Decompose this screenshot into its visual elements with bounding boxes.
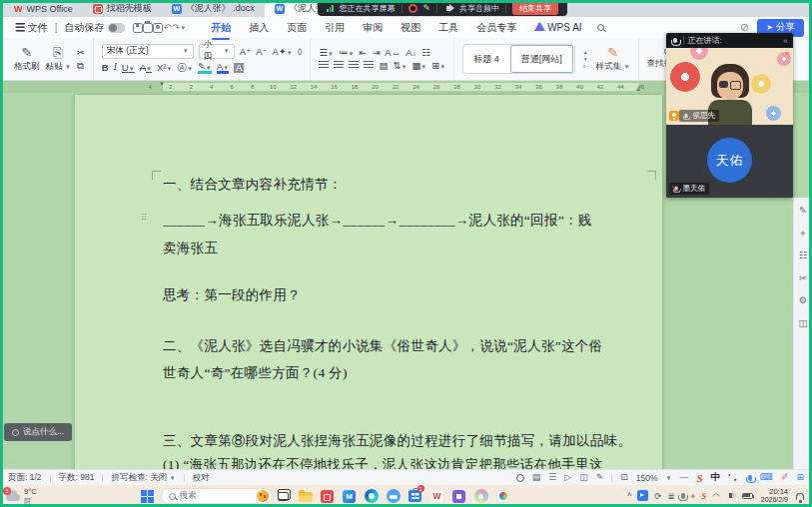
font-size-select[interactable]: 小四▼ — [199, 44, 235, 59]
start-button[interactable] — [141, 490, 154, 503]
ime-punctuation-mode[interactable]: '， — [728, 471, 740, 484]
layout-view-icon[interactable]: ◫ — [579, 473, 588, 482]
menu-tab-page[interactable]: 页面 — [286, 19, 308, 37]
paste-button[interactable]: ⎘ 粘贴 ▼ — [46, 46, 71, 73]
page-indicator[interactable]: 页面: 1/2 — [8, 472, 42, 484]
first-line-indent-marker[interactable]: ▼ — [159, 81, 165, 87]
taskbar-search[interactable]: 搜索 — [161, 488, 273, 504]
style-gallery-arrows[interactable]: ▲▼≡ — [581, 49, 590, 69]
search-icon[interactable] — [597, 24, 604, 31]
battery-icon[interactable] — [742, 493, 753, 499]
bullet-list-icon[interactable]: ☰▼ — [319, 48, 333, 58]
record-icon[interactable] — [408, 4, 417, 13]
sort-icon[interactable]: A↓ — [406, 48, 416, 58]
highlight-color-button[interactable]: ✎▼ — [198, 62, 212, 75]
document-line[interactable]: 卖海张五 — [163, 240, 654, 257]
strikethrough-button[interactable]: A▼ — [140, 63, 152, 73]
zoom-level[interactable]: 150% — [636, 473, 658, 483]
wifi-icon[interactable]: ◠ — [712, 492, 719, 501]
cloud-drive-button[interactable] — [386, 488, 402, 504]
sogou-tray-icon[interactable]: S — [701, 491, 706, 501]
read-mode-icon[interactable]: ▷ — [564, 473, 571, 482]
sogou-ime-logo[interactable]: S — [697, 472, 703, 484]
zoom-caret-icon[interactable]: ▼ — [666, 475, 672, 481]
ime-voice-icon[interactable] — [748, 475, 752, 481]
comment-bubble[interactable]: 说点什么... — [4, 423, 72, 441]
phonetic-guide-button[interactable]: Ⓐ▼ — [177, 63, 192, 73]
settings-sliders-icon[interactable]: ≣ — [667, 492, 674, 501]
spellcheck-status[interactable]: 拼写检查: 关闭 ▼ — [111, 472, 175, 484]
volume-icon[interactable] — [729, 493, 733, 498]
mail-app-button[interactable]: M — [342, 488, 358, 504]
annotate-icon[interactable]: ✎ — [799, 206, 807, 216]
proofread-button[interactable]: 校对 — [193, 472, 210, 484]
line-spacing-icon[interactable]: ⇅▼ — [393, 61, 406, 71]
zoom-out-icon[interactable]: — — [680, 473, 689, 482]
meeting-app-button[interactable] — [473, 488, 489, 504]
document-page[interactable] — [75, 95, 662, 469]
style-heading4[interactable]: 标题 4 — [463, 45, 509, 73]
collapse-panel-icon[interactable]: « — [783, 36, 788, 46]
align-center-icon[interactable] — [334, 61, 344, 69]
document-line[interactable]: 世奇人“奇”在哪些方面？(4 分) — [163, 364, 654, 382]
copy-icon[interactable]: ⧉ — [77, 61, 85, 71]
layout-icon[interactable]: ◫ — [799, 318, 808, 328]
redo-icon[interactable]: ↷ — [172, 22, 180, 33]
weather-widget[interactable]: 3 9°C阴 — [6, 488, 37, 503]
increase-font-icon[interactable]: A⁺ — [240, 47, 251, 57]
increase-indent-icon[interactable]: ⇥ — [372, 48, 380, 58]
document-line[interactable]: ______→海张五取乐泥人张→______→________→泥人张的“回报”… — [163, 212, 654, 230]
style-normal-web[interactable]: 普通[网站] — [510, 45, 573, 73]
photos-app-button[interactable] — [495, 488, 511, 504]
text-direction-icon[interactable]: A↔ — [385, 48, 401, 58]
stop-share-button[interactable]: 结束共享 — [512, 1, 558, 15]
print-icon[interactable] — [143, 23, 153, 33]
pen-mode-icon[interactable]: ✎ — [596, 473, 604, 482]
print-preview-icon[interactable] — [153, 23, 163, 33]
align-right-icon[interactable] — [349, 61, 359, 69]
page-view-icon[interactable]: ▤ — [532, 473, 541, 482]
save-icon[interactable] — [133, 23, 143, 33]
document-line[interactable]: 一、结合文章内容补充情节： — [163, 176, 654, 194]
menu-tab-home[interactable]: 开始 — [210, 19, 232, 37]
paragraph-drag-handle-icon[interactable]: ⠿ — [141, 213, 148, 223]
outline-icon[interactable]: ☷ — [799, 251, 808, 260]
video-call-panel[interactable]: 正在讲话: « ✕ 侯思先 天佑 墨天佑 — [666, 33, 793, 198]
italic-button[interactable]: I — [114, 63, 117, 73]
ime-skin-icon[interactable]: ✐ — [781, 473, 789, 482]
file-explorer-button[interactable] — [298, 488, 314, 504]
ime-language-mode[interactable]: 中 — [711, 471, 721, 484]
shading-icon[interactable]: ▦▼ — [411, 61, 426, 71]
undo-icon[interactable]: ↶ — [163, 22, 171, 33]
document-line[interactable]: (1) “海张五那边还在不停地找乐子，泥人张这边肯定把那些话在他手里这 — [163, 456, 654, 469]
sync-icon[interactable]: ⟳ — [654, 492, 661, 501]
show-marks-icon[interactable]: ☷ — [421, 48, 430, 58]
distribute-icon[interactable]: ▤ — [379, 61, 388, 71]
text-effects-icon[interactable]: A✦▼ — [273, 47, 293, 57]
borders-icon[interactable]: ⊞▼ — [431, 61, 445, 71]
format-painter-button[interactable]: ✎ 格式刷 — [14, 46, 40, 73]
style-set-button[interactable]: ✎ 样式集 ▼ — [596, 46, 630, 73]
word-count[interactable]: 字数: 981 — [59, 472, 95, 484]
fullscreen-icon[interactable]: ⊡ — [620, 473, 628, 482]
cut-icon[interactable]: ✂ — [77, 48, 85, 58]
participant-video-1[interactable]: ✕ 侯思先 — [666, 48, 793, 125]
wps-app-button[interactable]: W — [429, 488, 445, 504]
decrease-font-icon[interactable]: A⁻ — [256, 47, 267, 57]
tab-wps-home[interactable]: W WPS Office — [4, 0, 83, 17]
notification-bell-icon[interactable] — [796, 493, 804, 500]
select-tool-icon[interactable]: ⌖ — [800, 229, 805, 239]
edge-browser-button[interactable] — [364, 488, 380, 504]
underline-button[interactable]: U▼ — [122, 63, 135, 73]
eye-protection-icon[interactable] — [516, 474, 524, 482]
document-line[interactable]: 三、文章第⑧段对泥人张捏海张五泥像的过程进行了细节描写，请加以品味。 — [163, 432, 654, 450]
menu-tab-wps-ai[interactable]: WPS AI — [533, 20, 582, 35]
chevron-down-icon[interactable]: ▼ — [180, 25, 186, 31]
character-shading-button[interactable]: A — [234, 63, 244, 73]
superscript-button[interactable]: X²▼ — [157, 63, 172, 73]
menu-tab-review[interactable]: 审阅 — [362, 19, 384, 37]
annotate-pen-icon[interactable]: ✎ — [423, 3, 431, 13]
right-indent-marker[interactable]: ▲ — [635, 86, 641, 92]
mic-tray-icon[interactable] — [681, 493, 685, 499]
menu-tab-tools[interactable]: 工具 — [437, 19, 459, 37]
